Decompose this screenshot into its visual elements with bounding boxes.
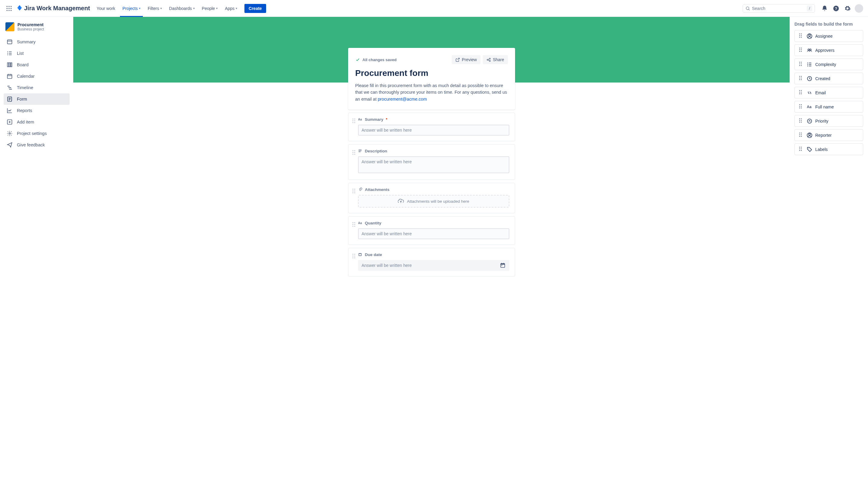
list-icon: [807, 62, 812, 67]
notifications-icon[interactable]: [820, 4, 829, 13]
palette-field-assignee[interactable]: Assignee: [794, 30, 863, 42]
form-title[interactable]: Procurement form: [355, 69, 508, 78]
drag-handle-icon[interactable]: [351, 188, 356, 195]
field-palette: Drag fields to build the form Assignee A…: [790, 17, 868, 494]
drag-handle-icon[interactable]: [798, 75, 803, 82]
form-field-quantity[interactable]: Aa Quantity: [348, 216, 515, 245]
field-date-input[interactable]: [358, 260, 509, 271]
drag-handle-icon[interactable]: [798, 146, 803, 152]
palette-field-full name[interactable]: Aa Full name: [794, 101, 863, 113]
app-switcher[interactable]: [4, 4, 14, 13]
drag-handle-icon[interactable]: [798, 132, 803, 138]
nav-apps[interactable]: Apps▾: [222, 4, 240, 13]
svg-point-44: [487, 59, 488, 60]
preview-button[interactable]: Preview: [452, 55, 480, 64]
nav-projects[interactable]: Projects▾: [119, 4, 144, 13]
feedback-icon: [7, 142, 13, 148]
text-icon: Aa: [358, 117, 363, 122]
svg-rect-18: [7, 40, 12, 44]
save-status: All changes saved: [355, 57, 396, 62]
sidebar-item-timeline[interactable]: Timeline: [4, 82, 70, 93]
svg-rect-26: [7, 63, 9, 66]
upload-icon: [398, 198, 404, 204]
attachment-dropzone[interactable]: Attachments will be uploaded here: [358, 195, 509, 208]
form-builder-main: All changes saved Preview Share Procurem…: [73, 17, 790, 494]
drag-handle-icon[interactable]: [798, 33, 803, 39]
svg-rect-27: [9, 63, 10, 66]
drag-handle-icon[interactable]: [798, 61, 803, 68]
drag-handle-icon[interactable]: [798, 103, 803, 110]
drag-handle-icon[interactable]: [798, 90, 803, 96]
svg-rect-29: [7, 74, 12, 78]
sidebar-item-board[interactable]: Board: [4, 59, 70, 71]
form-icon: [7, 96, 13, 102]
svg-rect-28: [11, 63, 12, 66]
profile-avatar[interactable]: [854, 4, 864, 13]
product-brand[interactable]: Jira Work Management: [16, 5, 90, 12]
field-textarea[interactable]: [358, 156, 509, 173]
field-label: Due date: [358, 252, 509, 257]
palette-title: Drag fields to build the form: [794, 22, 863, 26]
create-button[interactable]: Create: [244, 4, 266, 13]
svg-point-43: [9, 133, 11, 134]
palette-field-reporter[interactable]: Reporter: [794, 129, 863, 141]
palette-field-labels[interactable]: Labels: [794, 144, 863, 155]
svg-text:Aa: Aa: [807, 105, 812, 109]
form-field-summary[interactable]: Aa Summary*: [348, 113, 515, 141]
help-icon[interactable]: ?: [831, 4, 841, 13]
form-field-attachments[interactable]: Attachments Attachments will be uploaded…: [348, 183, 515, 213]
paragraph-icon: [358, 149, 363, 153]
field-label: Attachments: [358, 187, 509, 192]
palette-field-email[interactable]: Email: [794, 87, 863, 98]
nav-people[interactable]: People▾: [199, 4, 221, 13]
nav-your work[interactable]: Your work: [94, 4, 118, 13]
nav-filters[interactable]: Filters▾: [145, 4, 165, 13]
drag-handle-icon[interactable]: [351, 149, 356, 156]
sidebar-item-summary[interactable]: Summary: [4, 36, 70, 48]
palette-field-complexity[interactable]: Complexity: [794, 58, 863, 70]
palette-field-approvers[interactable]: Approvers: [794, 44, 863, 56]
drag-handle-icon[interactable]: [351, 253, 356, 260]
chevron-down-icon: ▾: [193, 7, 195, 10]
field-label: Aa Quantity: [358, 221, 509, 225]
timeline-icon: [7, 84, 13, 91]
svg-rect-56: [501, 265, 502, 266]
drag-handle-icon[interactable]: [798, 118, 803, 124]
sidebar-item-form[interactable]: Form: [4, 93, 70, 105]
share-button[interactable]: Share: [483, 55, 507, 64]
field-input[interactable]: [358, 125, 509, 136]
settings-icon[interactable]: [843, 4, 852, 13]
sidebar-item-list[interactable]: List: [4, 48, 70, 59]
drag-handle-icon[interactable]: [798, 47, 803, 53]
sidebar-item-calendar[interactable]: Calendar: [4, 71, 70, 82]
sidebar-item-give feedback[interactable]: Give feedback: [4, 139, 70, 151]
svg-point-45: [490, 58, 491, 59]
board-icon: [7, 62, 13, 68]
drag-handle-icon[interactable]: [351, 118, 356, 125]
sidebar-item-reports[interactable]: Reports: [4, 105, 70, 116]
svg-point-74: [808, 148, 809, 149]
svg-point-59: [809, 34, 810, 36]
calendar-icon: [500, 262, 506, 268]
sidebar-item-project settings[interactable]: Project settings: [4, 128, 70, 139]
palette-field-priority[interactable]: Priority: [794, 115, 863, 127]
nav-dashboards[interactable]: Dashboards▾: [166, 4, 198, 13]
field-input[interactable]: [358, 228, 509, 239]
form-field-due date[interactable]: Due date: [348, 248, 515, 277]
calendar-icon: [7, 73, 13, 79]
form-field-description[interactable]: Description: [348, 144, 515, 180]
palette-field-created[interactable]: Created: [794, 73, 863, 84]
form-email-link[interactable]: procurement@acme.com: [377, 97, 427, 101]
sidebar-item-add item[interactable]: Add item: [4, 116, 70, 128]
link-icon: [807, 90, 812, 95]
drag-handle-icon[interactable]: [351, 222, 356, 228]
form-description[interactable]: Please fill in this procurement form wit…: [355, 82, 508, 102]
attachment-icon: [358, 187, 363, 192]
svg-point-61: [808, 49, 810, 50]
svg-rect-53: [359, 254, 361, 255]
search-input-wrapper[interactable]: /: [743, 4, 815, 13]
search-input[interactable]: [752, 6, 805, 11]
user-icon: [807, 133, 812, 138]
clock-icon: [807, 76, 812, 81]
reports-icon: [7, 108, 13, 114]
